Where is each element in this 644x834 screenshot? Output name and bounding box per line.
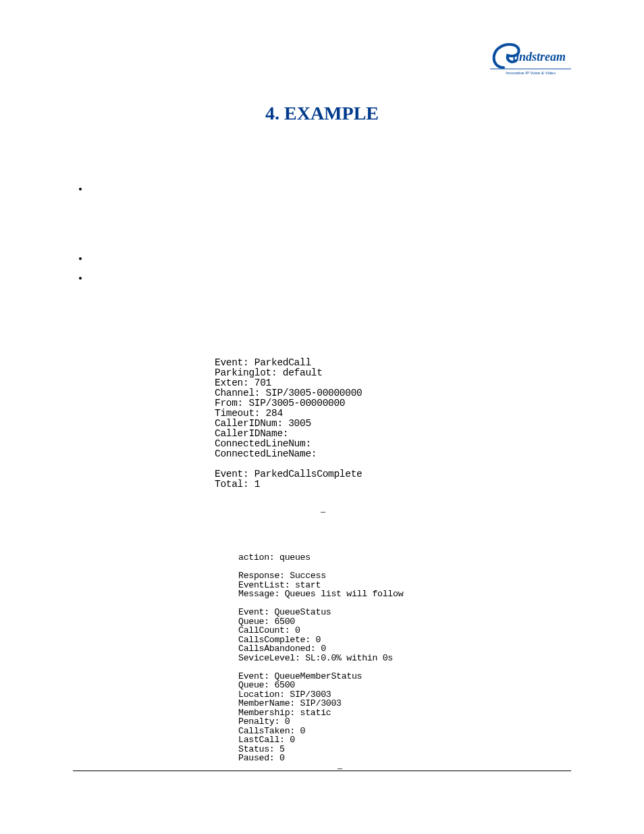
- bullet-item: [89, 273, 571, 284]
- separator-dash: –: [321, 506, 325, 517]
- document-page: andstream Innovative IP Voice & Video 4.…: [0, 0, 644, 834]
- code-block-parkedcall: Event: ParkedCall Parkinglot: default Ex…: [215, 358, 362, 490]
- brand-tagline: Innovative IP Voice & Video: [506, 71, 556, 75]
- heading-text: 4. EXAMPLE: [73, 103, 571, 124]
- bullet-item: [89, 253, 571, 265]
- footer-rule: [73, 771, 571, 771]
- section-heading: 4. EXAMPLE: [73, 103, 571, 124]
- brand-text: andstream: [513, 50, 566, 63]
- code-block-queues: action: queues Response: Success EventLi…: [238, 554, 403, 764]
- brand-logo: andstream Innovative IP Voice & Video: [490, 41, 571, 78]
- separator-dash: –: [338, 763, 342, 774]
- bullet-list: [89, 184, 571, 284]
- bullet-item: [89, 184, 571, 195]
